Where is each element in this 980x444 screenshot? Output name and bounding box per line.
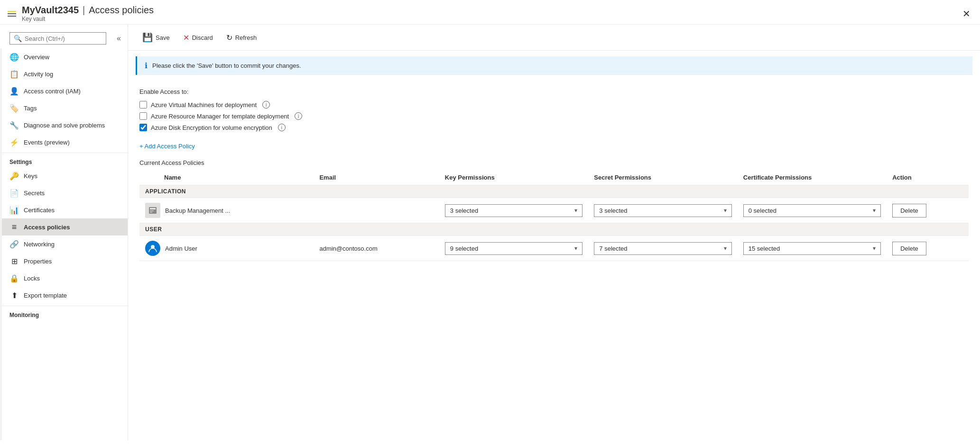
app-key-permissions-dropdown[interactable]: 3 selected ▾ bbox=[445, 204, 582, 217]
header: MyVault2345 | Access policies Key vault … bbox=[0, 0, 980, 25]
disk-checkbox-row: Azure Disk Encryption for volume encrypt… bbox=[139, 124, 969, 131]
sidebar-item-secrets[interactable]: 📄 Secrets bbox=[2, 184, 128, 201]
dropdown-arrow-icon: ▾ bbox=[873, 207, 876, 214]
sidebar-item-label: Events (preview) bbox=[24, 139, 70, 146]
app-delete-button[interactable]: Delete bbox=[892, 204, 926, 217]
enable-access-label: Enable Access to: bbox=[139, 88, 969, 95]
app-avatar bbox=[145, 203, 160, 218]
app-secret-permissions-dropdown[interactable]: 3 selected ▾ bbox=[594, 204, 731, 217]
arm-checkbox[interactable] bbox=[139, 112, 147, 120]
sidebar-item-tags[interactable]: 🏷️ Tags bbox=[2, 100, 128, 117]
content-area: Enable Access to: Azure Virtual Machines… bbox=[128, 81, 980, 269]
sidebar: 🔍 « 🌐 Overview 📋 Activity log 👤 Acc bbox=[0, 25, 128, 440]
disk-info-icon[interactable]: i bbox=[278, 124, 286, 131]
info-message: Please click the 'Save' button to commit… bbox=[152, 62, 301, 69]
dropdown-arrow-icon: ▾ bbox=[724, 207, 727, 214]
user-secret-permissions: 7 selected ▾ bbox=[588, 236, 737, 261]
sidebar-item-export-template[interactable]: ⬆ Export template bbox=[2, 287, 128, 304]
sidebar-item-label: Diagnose and solve problems bbox=[24, 122, 105, 129]
refresh-icon: ↻ bbox=[226, 33, 232, 42]
sidebar-item-label: Certificates bbox=[24, 207, 55, 214]
sidebar-item-access-control[interactable]: 👤 Access control (IAM) bbox=[2, 82, 128, 100]
user-key-permissions: 9 selected ▾ bbox=[439, 236, 588, 261]
collapse-button[interactable]: « bbox=[114, 33, 124, 44]
search-input[interactable] bbox=[25, 35, 102, 42]
refresh-button[interactable]: ↻ Refresh bbox=[220, 30, 264, 45]
group-row-application: APPLICATION bbox=[139, 185, 969, 198]
discard-icon: ✕ bbox=[183, 33, 189, 42]
header-title: MyVault2345 | Access policies Key vault bbox=[22, 5, 154, 22]
arm-checkbox-row: Azure Resource Manager for template depl… bbox=[139, 112, 969, 120]
vm-checkbox[interactable] bbox=[139, 101, 147, 109]
search-box[interactable]: 🔍 bbox=[9, 32, 106, 45]
arm-label: Azure Resource Manager for template depl… bbox=[151, 113, 289, 120]
main-content: 💾 Save ✕ Discard ↻ Refresh ℹ Please clic… bbox=[128, 25, 980, 440]
user-secret-permissions-dropdown[interactable]: 7 selected ▾ bbox=[594, 242, 731, 255]
app-key-permissions: 3 selected ▾ bbox=[439, 198, 588, 223]
locks-icon: 🔒 bbox=[9, 273, 19, 283]
sidebar-item-label: Keys bbox=[24, 172, 37, 180]
current-policies-label: Current Access Policies bbox=[139, 159, 969, 166]
activity-log-icon: 📋 bbox=[9, 69, 19, 79]
sidebar-item-locks[interactable]: 🔒 Locks bbox=[2, 270, 128, 287]
tags-icon: 🏷️ bbox=[9, 103, 19, 113]
discard-button[interactable]: ✕ Discard bbox=[176, 30, 220, 45]
monitoring-section-label: Monitoring bbox=[2, 306, 128, 320]
svg-rect-3 bbox=[150, 212, 152, 213]
dropdown-arrow-icon: ▾ bbox=[873, 245, 876, 252]
save-button[interactable]: 💾 Save bbox=[136, 29, 176, 45]
close-button[interactable]: ✕ bbox=[961, 6, 972, 21]
sidebar-item-networking[interactable]: 🔗 Networking bbox=[2, 236, 128, 253]
user-email: admin@contoso.com bbox=[314, 236, 439, 261]
vm-checkbox-row: Azure Virtual Machines for deployment i bbox=[139, 101, 969, 109]
disk-label: Azure Disk Encryption for volume encrypt… bbox=[151, 124, 272, 131]
dropdown-arrow-icon: ▾ bbox=[724, 245, 727, 252]
app-secret-permissions-value: 3 selected bbox=[599, 207, 627, 214]
svg-rect-1 bbox=[150, 208, 156, 209]
user-avatar bbox=[145, 241, 160, 256]
user-key-permissions-dropdown[interactable]: 9 selected ▾ bbox=[445, 242, 582, 255]
sidebar-item-activity-log[interactable]: 📋 Activity log bbox=[2, 65, 128, 82]
title-separator: | bbox=[83, 5, 85, 16]
app-name-cell: Backup Management ... bbox=[139, 198, 314, 223]
user-cert-permissions-dropdown[interactable]: 15 selected ▾ bbox=[743, 242, 881, 255]
close-icon: ✕ bbox=[962, 9, 971, 19]
sidebar-item-events[interactable]: ⚡ Events (preview) bbox=[2, 134, 128, 151]
export-template-icon: ⬆ bbox=[9, 290, 19, 300]
sidebar-item-overview[interactable]: 🌐 Overview bbox=[2, 48, 128, 65]
user-name-cell: Admin User bbox=[139, 236, 314, 261]
col-action: Action bbox=[887, 170, 969, 185]
sidebar-item-diagnose[interactable]: 🔧 Diagnose and solve problems bbox=[2, 117, 128, 134]
vm-info-icon[interactable]: i bbox=[262, 101, 270, 109]
sidebar-item-certificates[interactable]: 📊 Certificates bbox=[2, 201, 128, 218]
app-name: Backup Management ... bbox=[165, 207, 230, 214]
info-icon: ℹ bbox=[145, 61, 148, 70]
sidebar-item-label: Overview bbox=[24, 54, 49, 61]
table-row: Backup Management ... 3 selected ▾ bbox=[139, 198, 969, 223]
disk-checkbox[interactable] bbox=[139, 124, 147, 131]
user-action-cell: Delete bbox=[887, 236, 969, 261]
subtitle: Key vault bbox=[22, 16, 154, 22]
sidebar-item-properties[interactable]: ⊞ Properties bbox=[2, 253, 128, 270]
add-policy-link[interactable]: + Add Access Policy bbox=[139, 143, 195, 150]
user-delete-button[interactable]: Delete bbox=[892, 242, 926, 255]
sidebar-item-keys[interactable]: 🔑 Keys bbox=[2, 167, 128, 184]
app-cert-permissions: 0 selected ▾ bbox=[738, 198, 887, 223]
layout: 🔍 « 🌐 Overview 📋 Activity log 👤 Acc bbox=[0, 25, 980, 440]
sidebar-item-label: Locks bbox=[24, 275, 40, 282]
access-control-icon: 👤 bbox=[9, 86, 19, 96]
app-cert-permissions-dropdown[interactable]: 0 selected ▾ bbox=[743, 204, 881, 217]
refresh-label: Refresh bbox=[235, 34, 257, 41]
user-cert-permissions-value: 15 selected bbox=[749, 245, 780, 252]
app-cert-permissions-value: 0 selected bbox=[749, 207, 777, 214]
sidebar-item-label: Access control (IAM) bbox=[24, 88, 81, 95]
sidebar-item-access-policies[interactable]: ≡ Access policies bbox=[2, 218, 128, 236]
settings-section-label: Settings bbox=[2, 153, 128, 167]
hamburger-icon[interactable] bbox=[8, 11, 16, 17]
sidebar-item-label: Activity log bbox=[24, 71, 53, 78]
sidebar-item-label: Export template bbox=[24, 292, 67, 299]
header-left: MyVault2345 | Access policies Key vault bbox=[8, 5, 154, 22]
table-header-row: Name Email Key Permissions Secret Permis… bbox=[139, 170, 969, 185]
arm-info-icon[interactable]: i bbox=[295, 112, 302, 120]
vault-name: MyVault2345 bbox=[22, 5, 79, 16]
